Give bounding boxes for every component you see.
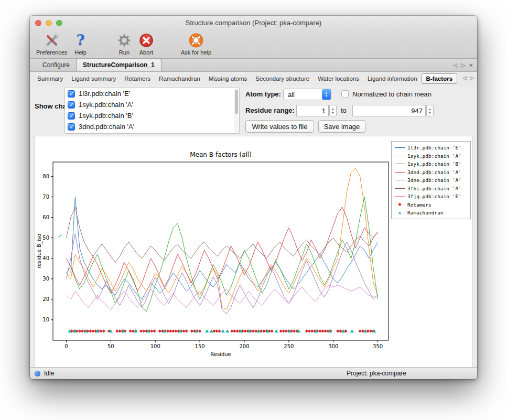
bfactor-controls: Show chains: ✓1l3r.pdb:chain 'E'✓1syk.pd… (30, 85, 477, 136)
sub-tab-arrows: ◁ ▷ (463, 75, 474, 81)
gear-icon (117, 32, 132, 49)
chain-list-item[interactable]: ✓1l3r.pdb:chain 'E' (65, 88, 239, 99)
atom-type-label: Atom type: (245, 90, 281, 98)
preferences-label: Preferences (36, 49, 67, 56)
residue-from-input[interactable] (296, 105, 329, 116)
status-bar: Idle Project: pka-compare (30, 367, 477, 379)
subtab-summary[interactable]: Summary (33, 74, 67, 83)
legend-entry: ◆Rotamers (395, 201, 468, 209)
to-label: to (341, 106, 347, 114)
tab-prev-icon[interactable]: ◁ (452, 62, 457, 69)
chart-legend: 1l3r.pdb:chain 'E'1syk.pdb:chain 'A'1syk… (391, 141, 471, 219)
chain-checkbox[interactable]: ✓ (68, 101, 75, 109)
y-tick-label: 70 (42, 194, 49, 200)
run-label: Run (119, 49, 130, 56)
main-tab-bar: Configure StructureComparison_1 ◁ ▷ × (30, 59, 477, 72)
bfactor-plot: 0501001502002503003501020304050607080Mea… (35, 141, 429, 366)
lifebuoy-icon (189, 32, 203, 49)
x-tick-label: 200 (239, 343, 249, 349)
sub-tab-bar: SummaryLigand summaryRotamersRamachandra… (30, 72, 477, 85)
x-axis-label: Residue (210, 351, 231, 357)
residue-to-input[interactable] (352, 105, 426, 116)
legend-entry: 3fhi.pdb:chain 'A' (395, 185, 468, 193)
legend-label: 1syk.pdb:chain 'A' (407, 153, 461, 159)
subtab-prev-icon[interactable]: ◁ (463, 75, 467, 81)
legend-entry: 1syk.pdb:chain 'A' (395, 152, 468, 160)
legend-label: 3fhi.pdb:chain 'A' (407, 186, 461, 191)
tab-configure[interactable]: Configure (36, 59, 76, 71)
legend-label: Ramachandran (407, 210, 444, 216)
legend-triangle-icon: ▲ (395, 210, 405, 216)
subtab-ligand-summary[interactable]: Ligand summary (67, 74, 120, 83)
save-image-button[interactable]: Save image (318, 120, 365, 133)
help-label: Help (74, 49, 87, 56)
chain-label: 1syk.pdb:chain 'A' (79, 101, 133, 109)
scrollbar-thumb[interactable] (235, 90, 238, 114)
chain-list-item[interactable]: ✓1syk.pdb:chain 'A' (65, 99, 239, 110)
status-indicator-icon (35, 371, 40, 376)
tab-controls: ◁ ▷ × (452, 61, 473, 69)
legend-label: Rotamers (407, 202, 432, 208)
normalized-checkbox[interactable] (341, 90, 349, 98)
y-tick-label: 40 (42, 255, 49, 261)
dropdown-arrows-icon: ▴▾ (322, 89, 331, 100)
legend-line-sample (395, 164, 405, 164)
abort-label: Abort (139, 49, 153, 56)
legend-label: 1syk.pdb:chain 'B' (407, 161, 461, 167)
tab-next-icon[interactable]: ▷ (461, 62, 465, 69)
subtab-water-locations[interactable]: Water locations (314, 74, 363, 83)
y-tick-label: 60 (42, 214, 49, 220)
residue-from-stepper[interactable]: ▴▾ (329, 105, 337, 116)
x-tick-label: 150 (195, 343, 205, 349)
chain-list-scrollbar[interactable] (234, 89, 239, 133)
subtab-b-factors[interactable]: B-factors (422, 73, 457, 84)
legend-line-sample (395, 172, 405, 173)
legend-label: 3dne.pdb:chain 'A' (407, 177, 461, 183)
subtab-ramachandran[interactable]: Ramachandran (155, 74, 204, 83)
x-tick-label: 0 (64, 343, 68, 349)
subtab-ligand-information[interactable]: Ligand information (363, 74, 422, 83)
chain-list[interactable]: ✓1l3r.pdb:chain 'E'✓1syk.pdb:chain 'A'✓1… (64, 88, 240, 134)
legend-entry: 3fjq.pdb:chain 'E' (395, 192, 468, 201)
subtab-secondary-structure[interactable]: Secondary structure (251, 74, 314, 83)
help-button[interactable]: ? Help (74, 30, 87, 56)
chain-label: 1syk.pdb:chain 'B' (79, 112, 133, 120)
legend-diamond-icon: ◆ (395, 202, 405, 207)
chart-title: Mean B-factors (all) (190, 151, 252, 158)
tab-structurecomparison-1[interactable]: StructureComparison_1 (76, 59, 161, 71)
chain-list-item[interactable]: ✓3dnd.pdb:chain 'A' (65, 121, 239, 132)
legend-label: 3dnd.pdb:chain 'A' (407, 169, 461, 175)
run-button[interactable]: Run (117, 30, 132, 56)
subtab-rotamers[interactable]: Rotamers (120, 74, 155, 83)
legend-line-sample (395, 147, 405, 148)
write-values-button[interactable]: Write values to file (245, 120, 314, 133)
tab-close-icon[interactable]: × (469, 61, 473, 69)
preferences-button[interactable]: Preferences (36, 30, 67, 56)
chain-checkbox[interactable]: ✓ (68, 90, 75, 98)
ask-for-help-label: Ask for help (181, 49, 211, 56)
toolbar: Preferences ? Help Run (30, 30, 477, 59)
chain-checkbox[interactable]: ✓ (68, 112, 75, 120)
chain-list-item[interactable]: ✓1syk.pdb:chain 'B' (65, 110, 239, 121)
atom-type-value: all (284, 91, 322, 99)
legend-entry: 3dne.pdb:chain 'A' (395, 176, 468, 185)
abort-button[interactable]: Abort (139, 30, 154, 56)
chart-panel: 0501001502002503003501020304050607080Mea… (34, 136, 473, 368)
residue-range-label: Residue range: (245, 106, 295, 114)
atom-type-dropdown[interactable]: all ▴▾ (283, 89, 331, 100)
chain-label: 3dnd.pdb:chain 'A' (79, 123, 134, 131)
ask-for-help-button[interactable]: Ask for help (181, 30, 211, 56)
subtab-next-icon[interactable]: ▷ (470, 75, 474, 81)
legend-line-sample (395, 188, 405, 189)
status-project: Project: pka-compare (347, 370, 406, 377)
subtab-missing-atoms[interactable]: Missing atoms (204, 74, 252, 83)
chain-label: 1l3r.pdb:chain 'E' (79, 90, 130, 98)
app-window: Structure comparison (Project: pka-compa… (30, 16, 477, 379)
legend-label: 1l3r.pdb:chain 'E' (407, 145, 461, 150)
y-tick-label: 10 (42, 317, 49, 322)
y-tick-label: 30 (42, 276, 49, 282)
chain-checkbox[interactable]: ✓ (68, 123, 75, 131)
x-tick-label: 250 (284, 343, 294, 349)
legend-line-sample (395, 156, 405, 156)
residue-to-stepper[interactable]: ▴▾ (426, 105, 434, 116)
